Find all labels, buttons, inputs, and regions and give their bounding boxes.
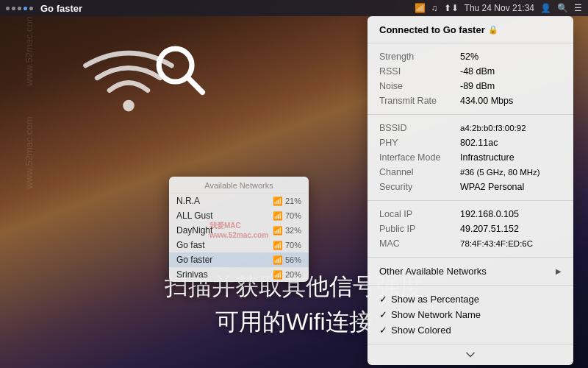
bssid-row: BSSID a4:2b:b0:f3:00:92 (368, 121, 573, 135)
menubar-left: Go faster (6, 3, 82, 14)
strength-label: Strength (379, 52, 460, 62)
publicip-value: 49.207.51.152 (460, 224, 519, 234)
signal-icon-gofaster: 📶 (273, 255, 283, 265)
interface-label: Interface Mode (379, 152, 460, 163)
show-colored-item[interactable]: ✓ Show Colored (368, 322, 573, 338)
networks-panel: Available Networks 我爱MACwww.52mac.com N.… (169, 177, 309, 282)
other-networks-item[interactable]: Other Available Networks ▶ (368, 263, 573, 279)
network-signal-allgust: 📶 70% (273, 211, 301, 221)
menubar-right: 📶 ♫ ⬆⬇ Thu 24 Nov 21:34 👤 🔍 ☰ (415, 3, 582, 13)
strength-value: 52% (460, 52, 478, 62)
show-colored-label: Show Colored (391, 325, 451, 336)
publicip-label: Public IP (379, 224, 460, 234)
channel-value: #36 (5 GHz, 80 MHz) (460, 168, 540, 177)
scroll-down-button[interactable] (368, 344, 573, 365)
bssid-value: a4:2b:b0:f3:00:92 (460, 124, 526, 132)
menubar: Go faster 📶 ♫ ⬆⬇ Thu 24 Nov 21:34 👤 🔍 ☰ (0, 0, 588, 16)
rssi-value: -48 dBm (460, 66, 495, 77)
security-row: Security WPA2 Personal (368, 180, 573, 194)
network-signal-srinivas: 📶 20% (273, 270, 301, 280)
network-signal-gofast: 📶 70% (273, 241, 301, 250)
phy-row: PHY 802.11ac (368, 135, 573, 150)
network-name-gofaster: Go faster (176, 255, 273, 265)
other-networks-section: Other Available Networks ▶ (368, 258, 573, 286)
channel-label: Channel (379, 167, 460, 177)
network-row-gofaster[interactable]: Go faster 📶 56% (169, 252, 309, 267)
phy-label: PHY (379, 138, 460, 148)
mac-row: MAC 78:4F:43:4F:ED:6C (368, 236, 573, 251)
dot3 (18, 7, 21, 10)
svg-point-0 (123, 100, 135, 112)
network-menubar-icon[interactable]: ⬆⬇ (444, 3, 459, 13)
signal-icon-allgust: 📶 (273, 211, 283, 221)
signal-icon-nra: 📶 (273, 197, 283, 206)
channel-row: Channel #36 (5 GHz, 80 MHz) (368, 165, 573, 180)
network-signal-nra: 📶 21% (273, 197, 301, 206)
wifi-menubar-icon[interactable]: 📶 (415, 3, 426, 13)
network-signal-gofaster: 📶 56% (273, 255, 301, 265)
show-network-name-label: Show Network Name (391, 309, 481, 320)
connected-section: Connected to Go faster 🔒 (368, 16, 573, 43)
menu-menubar-icon[interactable]: ☰ (574, 3, 582, 13)
wifi-dropdown-panel: Connected to Go faster 🔒 Strength 52% RS… (368, 16, 573, 365)
network-row-allgust[interactable]: ALL Gust 📶 70% (169, 208, 309, 223)
show-percentage-item[interactable]: ✓ Show as Percentage (368, 291, 573, 307)
app-name[interactable]: Go faster (40, 3, 82, 14)
network-pct-nra: 21% (285, 197, 301, 205)
noise-row: Noise -89 dBm (368, 79, 573, 93)
options-section: ✓ Show as Percentage ✓ Show Network Name… (368, 286, 573, 344)
dot4 (24, 7, 27, 10)
transmit-row: Transmit Rate 434.00 Mbps (368, 93, 573, 108)
mac-value: 78:4F:43:4F:ED:6C (460, 239, 533, 248)
network-row-srinivas[interactable]: Srinivas 📶 20% (169, 267, 309, 282)
signal-icon-daynight: 📶 (273, 226, 283, 236)
show-colored-check: ✓ (379, 325, 391, 336)
dot5 (29, 7, 33, 10)
search-background-icon (151, 40, 209, 102)
connected-header-row: Connected to Go faster 🔒 (368, 22, 573, 37)
dot2 (12, 7, 15, 10)
submenu-arrow-icon: ▶ (556, 267, 562, 275)
dot1 (6, 7, 10, 10)
signal-icon-gofast: 📶 (273, 241, 283, 250)
localip-label: Local IP (379, 209, 460, 219)
network-pct-allgust: 70% (285, 211, 301, 220)
show-network-name-check: ✓ (379, 309, 391, 320)
publicip-row: Public IP 49.207.51.152 (368, 222, 573, 236)
transmit-label: Transmit Rate (379, 96, 460, 106)
network-row-daynight[interactable]: DayNight 📶 32% (169, 223, 309, 238)
network-name-nra: N.R.A (176, 196, 273, 206)
bssid-label: BSSID (379, 123, 460, 133)
network-name-daynight: DayNight (176, 225, 273, 236)
noise-value: -89 dBm (460, 81, 495, 91)
ip-section: Local IP 192.168.0.105 Public IP 49.207.… (368, 201, 573, 258)
menubar-dots (6, 7, 33, 10)
strength-row: Strength 52% (368, 49, 573, 64)
menubar-datetime: Thu 24 Nov 21:34 (465, 3, 534, 13)
localip-value: 192.168.0.105 (460, 209, 519, 219)
music-menubar-icon[interactable]: ♫ (431, 3, 438, 13)
signal-stats-section: Strength 52% RSSI -48 dBm Noise -89 dBm … (368, 43, 573, 115)
network-name-gofast: Go fast (176, 240, 273, 250)
show-percentage-check: ✓ (379, 294, 391, 305)
localip-row: Local IP 192.168.0.105 (368, 207, 573, 222)
transmit-value: 434.00 Mbps (460, 96, 513, 106)
network-row-gofast[interactable]: Go fast 📶 70% (169, 238, 309, 252)
interface-value: Infrastructure (460, 152, 514, 163)
rssi-row: RSSI -48 dBm (368, 64, 573, 79)
phy-value: 802.11ac (460, 138, 498, 148)
connected-label: Connected to Go faster (379, 24, 485, 35)
noise-label: Noise (379, 81, 460, 91)
search-menubar-icon[interactable]: 🔍 (557, 3, 568, 13)
interface-row: Interface Mode Infrastructure (368, 150, 573, 165)
signal-icon-srinivas: 📶 (273, 270, 283, 280)
other-networks-label: Other Available Networks (379, 266, 487, 277)
user-menubar-icon[interactable]: 👤 (540, 3, 551, 13)
network-row-nra[interactable]: N.R.A 📶 21% (169, 194, 309, 208)
show-network-name-item[interactable]: ✓ Show Network Name (368, 307, 573, 322)
chevron-down-icon (463, 347, 478, 362)
network-pct-gofast: 70% (285, 241, 301, 250)
network-pct-srinivas: 20% (285, 270, 301, 279)
rssi-label: RSSI (379, 66, 460, 77)
svg-line-2 (187, 77, 203, 93)
